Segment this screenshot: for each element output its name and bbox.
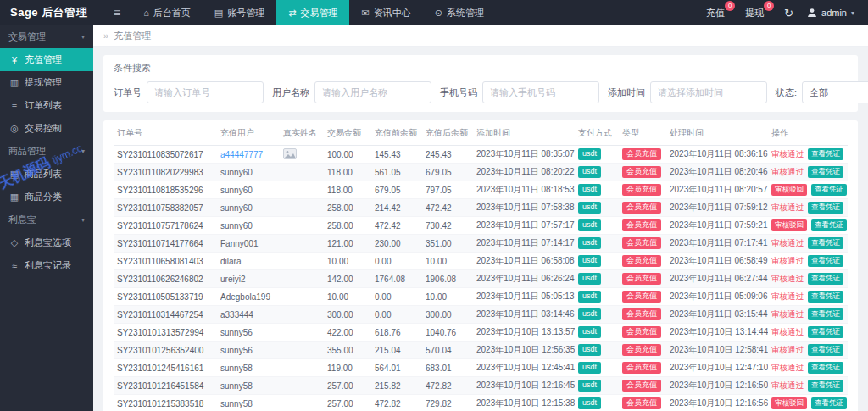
id-card-icon: ▤ [214, 8, 223, 19]
sidebar-item-goods-list[interactable]: ▤ 商品列表 [0, 163, 93, 186]
hamburger-icon[interactable]: ≡ [103, 0, 131, 25]
recharge-user-link[interactable]: sunny56 [220, 346, 253, 355]
recharge-user-link[interactable]: sunny58 [220, 381, 253, 391]
nav-item-system[interactable]: ⊙ 系统管理 [423, 0, 496, 25]
view-voucher-button[interactable]: 查看凭证 [811, 184, 847, 195]
audit-status[interactable]: 审核驳回 [771, 184, 807, 195]
view-voucher-button[interactable]: 查看凭证 [808, 308, 843, 319]
audit-status[interactable]: 审核通过 [771, 167, 804, 178]
view-voucher-button[interactable]: 查看凭证 [808, 344, 843, 355]
sidebar-item-orders[interactable]: ≡ 订单列表 [0, 94, 93, 117]
recharge-user-link[interactable]: Adegbola199 [220, 292, 270, 302]
recharge-user-link[interactable]: sunny60 [220, 168, 253, 177]
audit-status[interactable]: 审核通过 [771, 274, 804, 285]
audit-status[interactable]: 审核通过 [771, 238, 804, 249]
sidebar-item-interest-records[interactable]: ≈ 利息宝记录 [0, 254, 93, 277]
sidebar-item-recharge[interactable]: ¥ 充值管理 [0, 48, 93, 71]
amount-cell: 422.00 [324, 324, 371, 342]
audit-status[interactable]: 审核通过 [771, 309, 804, 320]
col-order-no: 订单号 [114, 120, 217, 146]
user-cell: a333444 [217, 306, 280, 324]
sidebar-item-interest-options[interactable]: ◇ 利息宝选项 [0, 231, 93, 254]
audit-status[interactable]: 审核通过 [771, 149, 804, 160]
add-time-cell: 2023年10月11日 05:05:13 [473, 288, 575, 306]
balance-before-cell: 679.05 [371, 181, 422, 199]
order-no-label: 订单号 [114, 86, 142, 99]
recharge-user-link[interactable]: sunny56 [220, 328, 253, 337]
audit-status[interactable]: 审核驳回 [771, 219, 807, 230]
audit-status[interactable]: 审核通过 [771, 363, 804, 374]
add-time-cell: 2023年10月11日 06:26:24 [473, 270, 575, 288]
audit-status[interactable]: 审核通过 [771, 345, 804, 356]
recharge-user-link[interactable]: sunny60 [220, 186, 253, 195]
recharge-user-link[interactable]: Fanny001 [220, 239, 258, 248]
sidebar-item-trade-control[interactable]: ◎ 交易控制 [0, 117, 93, 140]
status-select[interactable]: 全部 ▾ [802, 81, 868, 103]
view-voucher-button[interactable]: 查看凭证 [808, 237, 843, 248]
refresh-icon[interactable]: ↻ [784, 7, 793, 19]
add-time-cell: 2023年10月11日 08:18:53 [473, 181, 575, 199]
order-no-cell: SY2310101215383518 [114, 395, 217, 411]
view-voucher-button[interactable]: 查看凭证 [808, 362, 843, 373]
nav-item-home[interactable]: ⌂ 后台首页 [131, 0, 203, 25]
audit-status[interactable]: 审核通过 [771, 292, 804, 303]
order-no: SY2310110505133719 [117, 292, 203, 302]
username: admin [821, 8, 847, 18]
pay-method-badge: usdt [578, 291, 601, 303]
view-voucher-button[interactable]: 查看凭证 [808, 380, 843, 391]
nav-item-trade[interactable]: ⇄ 交易管理 [276, 0, 349, 25]
amount-cell: 121.00 [324, 235, 371, 253]
user-menu[interactable]: admin ▾ [807, 8, 854, 18]
sidebar-group-trade[interactable]: 交易管理 ▾ [0, 25, 93, 48]
order-no: SY2310110758382057 [117, 203, 203, 213]
view-voucher-button[interactable]: 查看凭证 [808, 202, 843, 213]
view-voucher-button[interactable]: 查看凭证 [811, 397, 847, 408]
recharge-user-link[interactable]: a44447777 [220, 150, 263, 159]
order-no-cell: SY2310110758382057 [114, 199, 217, 217]
nav-item-accounts[interactable]: ▤ 账号管理 [203, 0, 276, 25]
amount-cell: 258.00 [324, 199, 371, 217]
view-voucher-button[interactable]: 查看凭证 [808, 255, 843, 266]
audit-status[interactable]: 审核通过 [771, 327, 804, 338]
order-no: SY2310110626246802 [117, 275, 203, 284]
user-cell: sunny60 [217, 217, 280, 235]
sidebar-item-withdraw[interactable]: ▥ 提现管理 [0, 71, 93, 94]
order-no-input[interactable] [147, 81, 264, 103]
recharge-user-link[interactable]: dilara [220, 257, 241, 266]
recharge-user-link[interactable]: sunny58 [220, 399, 253, 408]
real-name-cell [280, 288, 324, 306]
audit-status[interactable]: 审核通过 [771, 256, 804, 267]
recharge-user-link[interactable]: ureiyi2 [220, 275, 245, 284]
nav-item-news[interactable]: ✉ 资讯中心 [349, 0, 422, 25]
real-name-cell [280, 253, 324, 270]
audit-status[interactable]: 审核通过 [771, 380, 804, 392]
recharge-user-link[interactable]: a333444 [220, 310, 253, 319]
withdraw-shortcut[interactable]: 提现 0 [745, 7, 771, 19]
view-voucher-button[interactable]: 查看凭证 [808, 273, 843, 284]
recharge-user-link[interactable]: sunny58 [220, 364, 253, 373]
audit-status[interactable]: 审核驳回 [771, 397, 807, 408]
order-no-cell: SY2310110818535296 [114, 181, 217, 199]
add-time-input[interactable] [650, 81, 767, 103]
sidebar-item-goods-category[interactable]: ▦ 商品分类 [0, 186, 93, 208]
pay-method-cell: usdt [575, 377, 619, 395]
view-voucher-button[interactable]: 查看凭证 [808, 166, 843, 177]
balance-after-cell: 472.42 [422, 199, 473, 217]
view-voucher-button[interactable]: 查看凭证 [808, 291, 843, 302]
view-voucher-button[interactable]: 查看凭证 [808, 148, 843, 159]
sidebar-group-goods[interactable]: 商品管理 ▾ [0, 140, 93, 163]
recharge-user-link[interactable]: sunny60 [220, 221, 253, 230]
table-row: SY2310110820229983 sunny60 118.00 561.05… [114, 164, 848, 181]
recharge-shortcut[interactable]: 充值 0 [706, 7, 732, 19]
mail-icon: ✉ [361, 8, 369, 19]
phone-input[interactable] [482, 81, 599, 103]
realname-image[interactable] [283, 148, 297, 159]
view-voucher-button[interactable]: 查看凭证 [811, 219, 847, 230]
type-badge: 会员充值 [622, 166, 661, 178]
sidebar-group-interest[interactable]: 利息宝 ▾ [0, 208, 93, 231]
username-input[interactable] [314, 81, 431, 103]
recharge-user-link[interactable]: sunny60 [220, 203, 253, 213]
view-voucher-button[interactable]: 查看凭证 [808, 326, 843, 337]
add-time-cell: 2023年10月10日 12:15:38 [473, 395, 575, 411]
audit-status[interactable]: 审核通过 [771, 203, 804, 214]
